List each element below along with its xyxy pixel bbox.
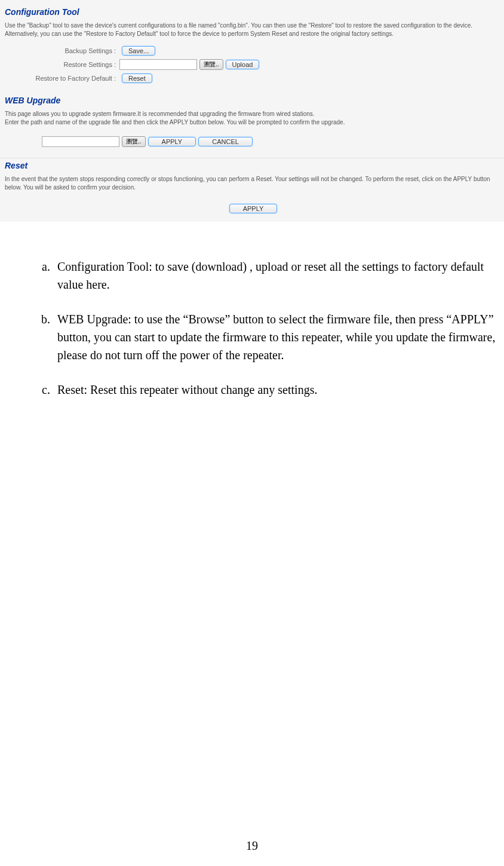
firmware-file-input[interactable] [42, 136, 119, 147]
reset-button[interactable]: Reset [122, 74, 152, 83]
apply-button-upgrade[interactable]: APPLY [148, 137, 196, 146]
restore-label: Restore Settings : [24, 61, 119, 68]
reset-desc: In the event that the system stops respo… [0, 173, 504, 198]
web-upgrade-desc: This page allows you to upgrade system f… [0, 108, 504, 133]
config-tool-title: Configuration Tool [0, 5, 504, 19]
upgrade-row: 瀏覽.. APPLY CANCEL [0, 133, 504, 154]
list-item-b: b. WEB Upgrade: to use the “Browse” butt… [31, 310, 504, 364]
list-text: Reset: Reset this repeater without chang… [57, 381, 504, 399]
factory-row: Restore to Factory Default : Reset [24, 72, 504, 85]
restore-row: Restore Settings : 瀏覽.. Upload [24, 57, 504, 72]
browse-button-restore[interactable]: 瀏覽.. [199, 59, 223, 70]
restore-file-input[interactable] [119, 59, 197, 70]
web-upgrade-title: WEB Upgrade [0, 93, 504, 108]
list-marker: c. [31, 381, 57, 399]
save-button[interactable]: Save... [122, 46, 155, 56]
backup-row: Backup Settings : Save... [24, 44, 504, 57]
page-number: 19 [0, 839, 504, 853]
list-item-c: c. Reset: Reset this repeater without ch… [31, 381, 504, 399]
config-tool-desc: Use the "Backup" tool to save the device… [0, 19, 504, 44]
browse-button-upgrade[interactable]: 瀏覽.. [122, 136, 146, 147]
backup-label: Backup Settings : [24, 47, 119, 54]
list-text: Configuration Tool: to save (download) ,… [57, 258, 504, 293]
list-marker: a. [31, 258, 57, 293]
factory-label: Restore to Factory Default : [24, 75, 119, 82]
reset-title: Reset [0, 158, 504, 173]
list-marker: b. [31, 310, 57, 364]
apply-button-reset[interactable]: APPLY [229, 204, 278, 213]
upload-button[interactable]: Upload [226, 60, 260, 69]
list-text: WEB Upgrade: to use the “Browse” button … [57, 310, 504, 364]
admin-ui-screenshot: Configuration Tool Use the "Backup" tool… [0, 0, 504, 222]
reset-apply-row: APPLY [0, 198, 504, 219]
cancel-button[interactable]: CANCEL [198, 137, 253, 146]
list-item-a: a. Configuration Tool: to save (download… [31, 258, 504, 293]
document-body: a. Configuration Tool: to save (download… [0, 222, 504, 399]
